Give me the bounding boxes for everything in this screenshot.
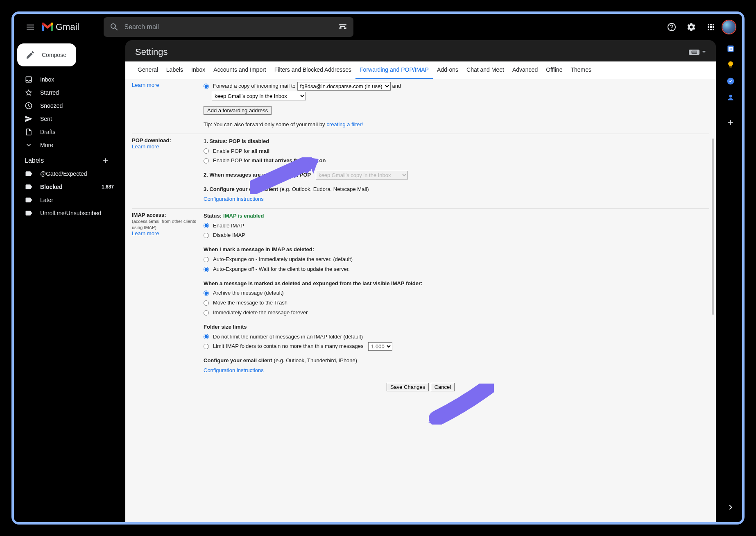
contacts-icon[interactable]: [727, 93, 735, 102]
inbox-icon: [25, 75, 33, 84]
cancel-button[interactable]: Cancel: [431, 383, 455, 391]
archive-text: Archive the message (default): [213, 289, 284, 298]
expunge-on-radio[interactable]: [204, 257, 209, 262]
learn-more-link[interactable]: Learn more: [132, 82, 159, 88]
create-filter-link[interactable]: creating a filter!: [327, 120, 363, 129]
pop-all-bold: all mail: [251, 147, 269, 156]
help-icon: [667, 22, 677, 32]
imap-config-link[interactable]: Configuration instructions: [204, 366, 264, 375]
nav-more[interactable]: More: [14, 139, 119, 152]
imap-disable-radio[interactable]: [204, 233, 209, 238]
nav-drafts[interactable]: Drafts: [14, 125, 119, 139]
pop-now-radio[interactable]: [204, 158, 209, 164]
label-item-later[interactable]: Later: [14, 193, 119, 207]
limit-text: Limit IMAP folders to contain no more th…: [213, 342, 364, 351]
tab-chat[interactable]: Chat and Meet: [462, 61, 508, 79]
label-item-gated[interactable]: @Gated/Expected: [14, 167, 119, 180]
nav-label: Snoozed: [40, 102, 114, 109]
forward-action-select[interactable]: keep Gmail's copy in the Inbox: [212, 92, 306, 100]
tab-addons[interactable]: Add-ons: [433, 61, 462, 79]
tasks-icon[interactable]: [727, 77, 735, 85]
compose-button[interactable]: Compose: [17, 43, 76, 66]
forward-on-radio[interactable]: [204, 84, 209, 89]
compose-label: Compose: [42, 52, 66, 58]
imap-expunged-title: When a message is marked as deleted and …: [204, 279, 422, 288]
save-button[interactable]: Save Changes: [387, 383, 429, 391]
archive-radio[interactable]: [204, 291, 209, 296]
label-item-unroll[interactable]: Unroll.me/Unsubscribed: [14, 207, 119, 220]
svg-point-7: [729, 95, 732, 98]
tab-labels[interactable]: Labels: [162, 61, 187, 79]
imap-configure-hint: (e.g. Outlook, Thunderbird, iPhone): [274, 357, 358, 365]
nav-starred[interactable]: Starred: [14, 86, 119, 99]
help-button[interactable]: [663, 19, 680, 35]
chevron-down-icon: [25, 141, 33, 149]
gmail-logo[interactable]: Gmail: [42, 22, 79, 32]
svg-marker-2: [428, 412, 445, 425]
tab-filters[interactable]: Filters and Blocked Addresses: [270, 61, 355, 79]
label-text: @Gated/Expected: [40, 170, 114, 177]
tab-forwarding[interactable]: Forwarding and POP/IMAP: [355, 61, 433, 79]
send-icon: [25, 115, 33, 123]
section-imap: IMAP access: (access Gmail from other cl…: [132, 209, 709, 379]
nav-label: Inbox: [40, 76, 114, 83]
apps-button[interactable]: [703, 19, 719, 35]
pop-title: POP download:: [132, 137, 171, 143]
delete-radio[interactable]: [204, 310, 209, 316]
forward-address-select[interactable]: fg8dsa@in.docsparse.com (in use): [297, 82, 391, 91]
imap-enable-text: Enable IMAP: [213, 222, 244, 230]
nav-label: Drafts: [40, 129, 114, 135]
calendar-icon[interactable]: 31: [727, 44, 735, 52]
no-limit-radio[interactable]: [204, 334, 209, 339]
expunge-off-radio[interactable]: [204, 267, 209, 272]
limit-radio[interactable]: [204, 344, 209, 349]
search-input[interactable]: [124, 23, 338, 31]
search-bar[interactable]: [104, 17, 353, 37]
nav-snoozed[interactable]: Snoozed: [14, 99, 119, 112]
chevron-right-icon: [726, 502, 736, 512]
add-forwarding-button[interactable]: Add a forwarding address: [204, 106, 272, 115]
main-menu-button[interactable]: [20, 17, 40, 37]
tab-accounts[interactable]: Accounts and Import: [209, 61, 270, 79]
settings-button[interactable]: [683, 19, 699, 35]
label-item-blocked[interactable]: Blocked1,687: [14, 180, 119, 193]
scrollbar[interactable]: [712, 139, 714, 315]
nav-sent[interactable]: Sent: [14, 112, 119, 125]
svg-text:31: 31: [729, 47, 732, 51]
add-app-icon[interactable]: [727, 118, 735, 127]
tab-themes[interactable]: Themes: [566, 61, 595, 79]
tab-offline[interactable]: Offline: [542, 61, 566, 79]
limit-select[interactable]: 1,000: [368, 342, 392, 351]
imap-title: IMAP access:: [132, 212, 166, 218]
pop-config-link[interactable]: Configuration instructions: [204, 195, 264, 204]
keep-icon[interactable]: [727, 61, 735, 69]
pop-all-radio[interactable]: [204, 148, 209, 154]
trash-radio[interactable]: [204, 300, 209, 306]
nav-label: Starred: [40, 89, 114, 96]
tab-general[interactable]: General: [134, 61, 162, 79]
delete-text: Immediately delete the message forever: [213, 309, 308, 317]
input-tools-toggle[interactable]: ⌨: [689, 50, 706, 55]
tab-advanced[interactable]: Advanced: [508, 61, 542, 79]
imap-enable-radio[interactable]: [204, 223, 209, 228]
add-label-icon[interactable]: [102, 157, 110, 165]
limits-title: Folder size limits: [204, 323, 247, 332]
app-header: Gmail: [14, 14, 742, 40]
side-panel: 31: [719, 40, 742, 522]
draft-icon: [25, 128, 33, 136]
collapse-panel-button[interactable]: [724, 501, 737, 514]
tab-inbox[interactable]: Inbox: [187, 61, 209, 79]
learn-more-link[interactable]: Learn more: [132, 143, 159, 150]
search-icon: [109, 22, 119, 32]
learn-more-link[interactable]: Learn more: [132, 230, 159, 236]
account-avatar[interactable]: [722, 20, 736, 34]
label-icon: [25, 183, 33, 191]
expunge-on-text: Auto-Expunge on - Immediately update the…: [213, 255, 353, 264]
pop-status: POP is disabled: [229, 138, 269, 144]
section-pop: POP download: Learn more 1. Status: POP …: [132, 134, 709, 209]
pop-access-select: keep Gmail's copy in the Inbox: [316, 171, 408, 179]
search-options-icon[interactable]: [338, 22, 348, 32]
pop-access-title: 2. When messages are accessed with POP: [204, 171, 311, 179]
logo-text: Gmail: [56, 22, 79, 32]
nav-inbox[interactable]: Inbox: [14, 73, 119, 86]
